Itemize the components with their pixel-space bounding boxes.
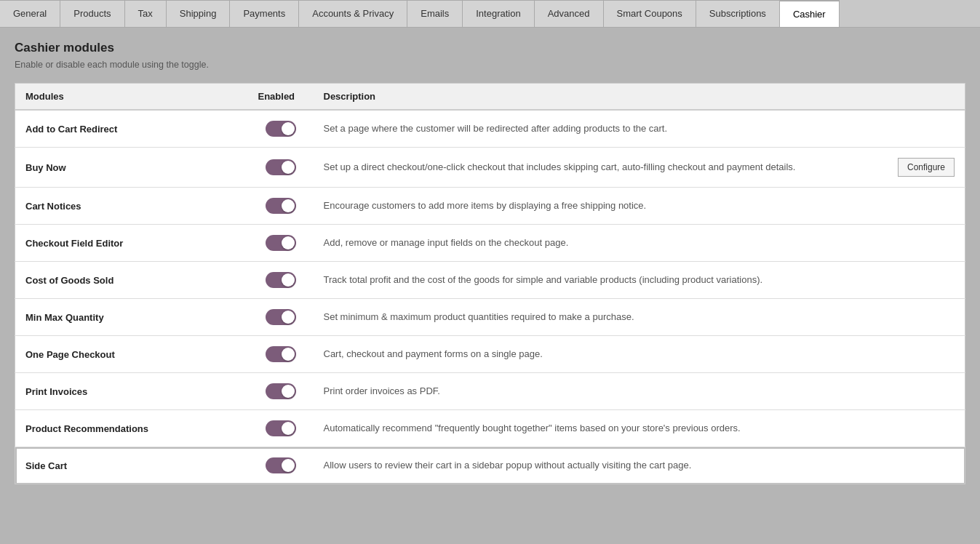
tab-integration[interactable]: Integration	[462, 0, 534, 27]
col-header-enabled: Enabled	[248, 84, 314, 111]
table-row-buy-now: Buy NowSet up a direct checkout/one-clic…	[15, 148, 965, 188]
description-side-cart: Allow users to review their cart in a si…	[324, 459, 692, 472]
module-name-min-max-quantity: Min Max Quantity	[25, 312, 104, 323]
tab-smart-coupons[interactable]: Smart Coupons	[603, 0, 696, 27]
module-name-cart-notices: Cart Notices	[25, 201, 81, 212]
tab-payments[interactable]: Payments	[229, 0, 299, 27]
page-title: Cashier modules	[15, 41, 965, 55]
description-checkout-field-editor: Add, remove or manage input fields on th…	[324, 236, 569, 249]
tab-general[interactable]: General	[0, 0, 60, 27]
toggle-cart-notices[interactable]	[266, 198, 296, 214]
toggle-one-page-checkout[interactable]	[266, 346, 296, 362]
table-row-add-to-cart-redirect: Add to Cart RedirectSet a page where the…	[15, 110, 965, 148]
description-cart-notices: Encourage customers to add more items by…	[324, 199, 647, 212]
tab-bar: GeneralProductsTaxShippingPaymentsAccoun…	[0, 0, 980, 28]
tab-shipping[interactable]: Shipping	[166, 0, 231, 27]
description-min-max-quantity: Set minimum & maximum product quantities…	[324, 311, 634, 324]
modules-table: Modules Enabled Description Add to Cart …	[15, 83, 965, 484]
module-name-add-to-cart-redirect: Add to Cart Redirect	[25, 124, 117, 135]
page-content: Cashier modules Enable or disable each m…	[0, 28, 980, 497]
toggle-checkout-field-editor[interactable]	[266, 235, 296, 251]
table-row-checkout-field-editor: Checkout Field EditorAdd, remove or mana…	[15, 225, 965, 262]
toggle-side-cart[interactable]	[266, 457, 296, 473]
tab-cashier[interactable]: Cashier	[779, 0, 840, 27]
col-header-description: Description	[314, 84, 965, 111]
toggle-print-invoices[interactable]	[266, 383, 296, 399]
description-print-invoices: Print order invoices as PDF.	[324, 385, 440, 398]
toggle-min-max-quantity[interactable]	[266, 309, 296, 325]
toggle-product-recommendations[interactable]	[266, 420, 296, 436]
module-name-buy-now: Buy Now	[25, 162, 66, 173]
description-add-to-cart-redirect: Set a page where the customer will be re…	[324, 122, 668, 135]
table-row-product-recommendations: Product RecommendationsAutomatically rec…	[15, 410, 965, 447]
tab-accounts-privacy[interactable]: Accounts & Privacy	[298, 0, 407, 27]
table-row-one-page-checkout: One Page CheckoutCart, checkout and paym…	[15, 336, 965, 373]
table-row-min-max-quantity: Min Max QuantitySet minimum & maximum pr…	[15, 299, 965, 336]
page-subtitle: Enable or disable each module using the …	[15, 60, 965, 70]
toggle-add-to-cart-redirect[interactable]	[266, 121, 296, 137]
module-name-side-cart: Side Cart	[25, 460, 67, 471]
tab-subscriptions[interactable]: Subscriptions	[696, 0, 780, 27]
module-name-checkout-field-editor: Checkout Field Editor	[25, 238, 123, 249]
tab-advanced[interactable]: Advanced	[534, 0, 604, 27]
table-row-side-cart: Side CartAllow users to review their car…	[15, 447, 965, 484]
col-header-modules: Modules	[15, 84, 248, 111]
description-one-page-checkout: Cart, checkout and payment forms on a si…	[324, 348, 543, 361]
table-row-print-invoices: Print InvoicesPrint order invoices as PD…	[15, 373, 965, 410]
module-name-product-recommendations: Product Recommendations	[25, 423, 148, 434]
table-row-cost-of-goods-sold: Cost of Goods SoldTrack total profit and…	[15, 262, 965, 299]
tab-tax[interactable]: Tax	[124, 0, 167, 27]
table-row-cart-notices: Cart NoticesEncourage customers to add m…	[15, 188, 965, 225]
module-name-cost-of-goods-sold: Cost of Goods Sold	[25, 275, 113, 286]
configure-button-buy-now[interactable]: Configure	[898, 158, 955, 177]
tab-products[interactable]: Products	[60, 0, 124, 27]
description-product-recommendations: Automatically recommend "frequently boug…	[324, 422, 741, 435]
toggle-buy-now[interactable]	[266, 159, 296, 175]
toggle-cost-of-goods-sold[interactable]	[266, 272, 296, 288]
module-name-one-page-checkout: One Page Checkout	[25, 349, 115, 360]
module-name-print-invoices: Print Invoices	[25, 386, 87, 397]
description-cost-of-goods-sold: Track total profit and the cost of the g…	[324, 273, 763, 287]
description-buy-now: Set up a direct checkout/one-click check…	[324, 161, 796, 174]
tab-emails[interactable]: Emails	[407, 0, 463, 27]
